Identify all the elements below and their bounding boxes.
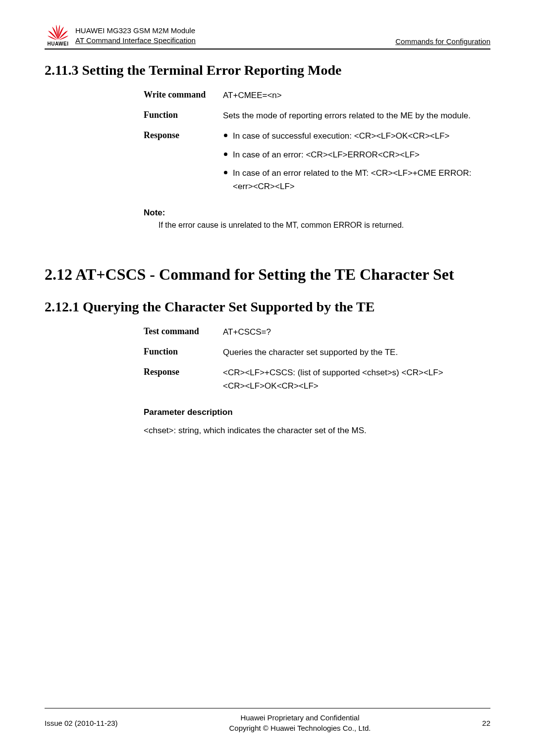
note-label: Note: <box>144 208 490 218</box>
response-line-1: <CR><LF>+CSCS: (list of supported <chset… <box>223 366 490 379</box>
test-command-value: AT+CSCS=? <box>223 325 490 339</box>
response-bullets: In case of successful execution: <CR><LF… <box>223 129 490 193</box>
response-bullet-2: In case of an error: <CR><LF>ERROR<CR><L… <box>223 148 490 161</box>
page-footer: Issue 02 (2010-11-23) Huawei Proprietary… <box>45 708 490 733</box>
response-bullet-3: In case of an error related to the MT: <… <box>223 166 490 193</box>
heading-2-11-3: 2.11.3 Setting the Terminal Error Report… <box>45 61 490 79</box>
response-row-2: Response <CR><LF>+CSCS: (list of support… <box>144 366 490 393</box>
write-command-value: AT+CMEE=<n> <box>223 89 490 102</box>
note-block: Note: If the error cause is unrelated to… <box>144 208 490 230</box>
huawei-logo: HUAWEI <box>45 20 71 47</box>
response-line-2: <CR><LF>OK<CR><LF> <box>223 379 490 393</box>
note-text: If the error cause is unrelated to the M… <box>159 221 490 230</box>
write-command-label: Write command <box>144 89 223 102</box>
function-value-2: Queries the character set supported by t… <box>223 346 490 359</box>
header-line2: AT Command Interface Specification <box>75 36 395 46</box>
response-label-2: Response <box>144 366 223 393</box>
function-row-2: Function Queries the character set suppo… <box>144 346 490 359</box>
param-desc-heading: Parameter description <box>144 407 490 417</box>
function-label: Function <box>144 109 223 122</box>
header-line1: HUAWEI MG323 GSM M2M Module <box>75 26 395 36</box>
footer-center-line1: Huawei Proprietary and Confidential <box>118 712 482 723</box>
write-command-row: Write command AT+CMEE=<n> <box>144 89 490 102</box>
heading-2-12-1: 2.12.1 Querying the Character Set Suppor… <box>45 298 490 315</box>
footer-issue: Issue 02 (2010-11-23) <box>45 719 118 727</box>
header-titles: HUAWEI MG323 GSM M2M Module AT Command I… <box>75 26 395 47</box>
header-section-name: Commands for Configuration <box>395 37 490 47</box>
test-command-row: Test command AT+CSCS=? <box>144 325 490 339</box>
footer-center: Huawei Proprietary and Confidential Copy… <box>118 712 482 733</box>
response-label: Response <box>144 129 223 198</box>
function-value: Sets the mode of reporting errors relate… <box>223 109 490 122</box>
logo-brand-text: HUAWEI <box>48 41 69 47</box>
response-row: Response In case of successful execution… <box>144 129 490 198</box>
param-desc-text: <chset>: string, which indicates the cha… <box>144 424 490 437</box>
function-row: Function Sets the mode of reporting erro… <box>144 109 490 122</box>
heading-2-12: 2.12 AT+CSCS - Command for Setting the T… <box>45 264 490 285</box>
response-bullet-1: In case of successful execution: <CR><LF… <box>223 129 490 143</box>
test-command-label: Test command <box>144 325 223 339</box>
response-value-2: <CR><LF>+CSCS: (list of supported <chset… <box>223 366 490 393</box>
footer-center-line2: Copyright © Huawei Technologies Co., Ltd… <box>118 723 482 733</box>
footer-page-number: 22 <box>482 719 490 727</box>
function-label-2: Function <box>144 346 223 359</box>
header-bar: HUAWEI HUAWEI MG323 GSM M2M Module AT Co… <box>45 20 490 50</box>
